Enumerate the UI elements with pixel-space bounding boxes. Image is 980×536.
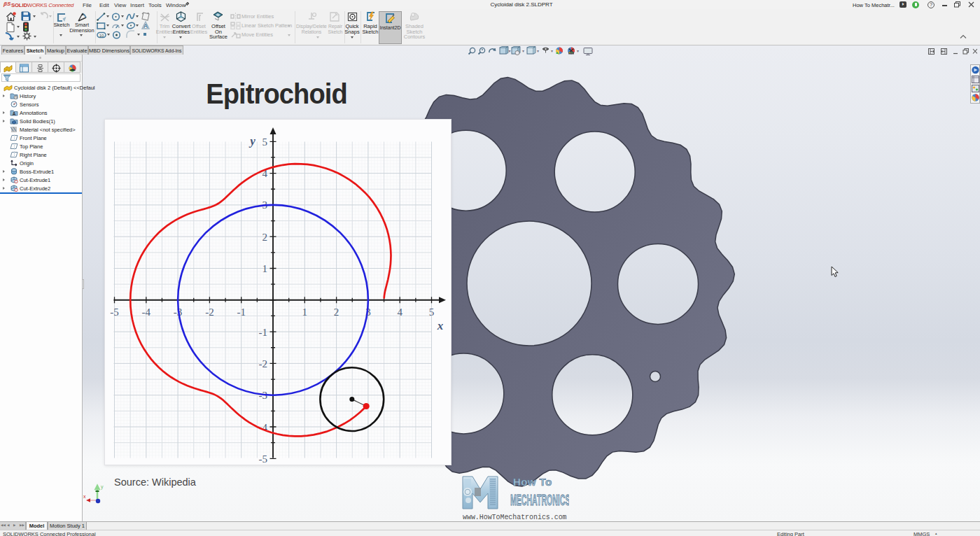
svg-text:A: A (144, 22, 148, 29)
svg-text:5: 5 (262, 136, 268, 148)
svg-text:y: y (101, 484, 104, 490)
svg-text:-2: -2 (259, 358, 268, 369)
svg-text:▾: ▾ (537, 49, 539, 53)
svg-text:1: 1 (302, 306, 308, 318)
svg-text:-1: -1 (237, 306, 246, 318)
svg-text:▾: ▾ (522, 49, 524, 53)
svg-text:x: x (83, 494, 86, 499)
svg-text:1: 1 (262, 263, 268, 274)
svg-text:2: 2 (262, 232, 268, 243)
svg-text:y: y (248, 134, 255, 148)
svg-text:x: x (437, 319, 444, 332)
svg-text:▾: ▾ (577, 49, 579, 53)
svg-text:10: 10 (99, 34, 104, 38)
svg-text:-1: -1 (259, 327, 268, 338)
svg-text:-2: -2 (205, 306, 214, 318)
svg-text:-5: -5 (110, 306, 119, 318)
svg-text:4: 4 (397, 306, 402, 318)
svg-text:-5: -5 (259, 453, 268, 465)
svg-text:▾: ▾ (551, 49, 553, 53)
svg-text:2: 2 (334, 306, 340, 318)
svg-text:A: A (13, 111, 16, 115)
svg-text:5: 5 (429, 306, 435, 318)
svg-text:▾: ▾ (509, 49, 511, 53)
svg-text:-4: -4 (142, 306, 151, 318)
